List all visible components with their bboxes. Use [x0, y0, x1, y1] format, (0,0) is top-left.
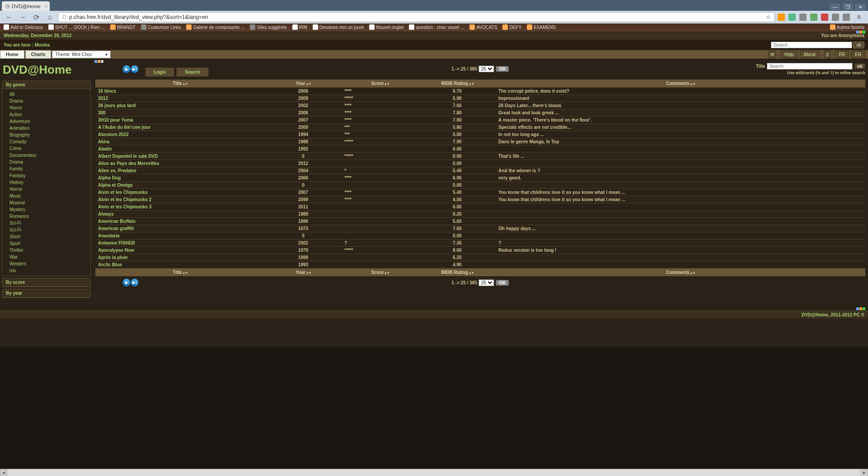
forward-button[interactable]: → [17, 12, 28, 23]
col-year[interactable]: Year▴▾ [265, 80, 342, 88]
sort-asc-icon[interactable]: ▴ [385, 271, 386, 275]
bookmark-item[interactable]: Galerie de composants ... [186, 24, 244, 30]
col-score[interactable]: Score▴▾ [342, 269, 418, 277]
sidebar-item-genre[interactable]: Biography [2, 132, 90, 138]
sort-desc-icon[interactable]: ▾ [693, 271, 695, 275]
movie-title-link[interactable]: Aladin [95, 146, 265, 153]
col-year[interactable]: Year▴▾ [265, 269, 342, 277]
menu-about[interactable]: About [800, 51, 820, 58]
browser-tab[interactable]: ◷ DVD@Home × [2, 1, 50, 11]
lang-en-button[interactable]: EN [851, 51, 865, 58]
sidebar-item-genre[interactable]: Drama [2, 98, 90, 104]
sort-asc-icon[interactable]: ▴ [469, 82, 471, 86]
next-page-icon[interactable]: ▶ [122, 278, 131, 287]
ext-icon-4[interactable] [810, 14, 817, 21]
movie-title-link[interactable]: Always [95, 211, 265, 218]
sort-desc-icon[interactable]: ▾ [309, 82, 311, 86]
bookmark-item[interactable]: Dessines moi un jouet [313, 24, 364, 30]
bookmark-star-icon[interactable]: ☆ [766, 14, 771, 20]
tiny-icon[interactable] [94, 60, 97, 63]
movie-title-link[interactable]: Alpha Dog [95, 174, 265, 182]
sidebar-item-genre[interactable]: Thriller [2, 247, 90, 254]
menu-help[interactable]: Help [780, 51, 798, 58]
sort-desc-icon[interactable]: ▾ [472, 82, 474, 86]
movie-title-link[interactable]: 28 jours plus tard [95, 102, 265, 109]
reload-button[interactable]: ⟳ [31, 12, 42, 23]
sidebar-item-genre[interactable]: Horror [2, 186, 90, 193]
last-page-icon[interactable]: ▶| [131, 65, 139, 73]
bookmark-item[interactable]: BRANDT [110, 24, 136, 30]
col-title[interactable]: Title▴▾ [95, 80, 265, 88]
movie-title-link[interactable]: American Buffalo [95, 218, 265, 225]
bookmark-item[interactable]: AVOCATS [469, 24, 497, 30]
ext-icon-3[interactable] [799, 14, 807, 21]
sidebar-item-genre[interactable]: n/a [2, 267, 90, 274]
movie-title-link[interactable]: Alice au Pays des Merveilles [95, 160, 265, 167]
per-page-select[interactable]: 25 [479, 66, 494, 72]
tiny-icon[interactable] [98, 60, 100, 63]
bookmark-item[interactable]: question : choc visuel ... [409, 24, 464, 30]
sort-asc-icon[interactable]: ▴ [306, 271, 308, 275]
sidebar-item-genre[interactable]: Sci-Fi [2, 220, 90, 226]
movie-title-link[interactable]: Antwone FISHER [95, 240, 265, 247]
sort-desc-icon[interactable]: ▾ [309, 271, 311, 275]
sort-asc-icon[interactable]: ▴ [385, 82, 386, 86]
tiny-icon[interactable] [856, 307, 859, 310]
movie-title-link[interactable]: Alpha et Oméga [95, 182, 265, 189]
global-search-ok-button[interactable]: ok [853, 42, 864, 48]
movie-title-link[interactable]: Alvin et les Chipmunks 3 [95, 203, 265, 211]
movie-title-link[interactable]: 16 blocs [95, 88, 265, 95]
col-comments[interactable]: Comments▴▾ [496, 269, 865, 277]
sort-asc-icon[interactable]: ▴ [469, 271, 471, 275]
col-title[interactable]: Title▴▾ [95, 269, 265, 277]
score-header[interactable]: By score [2, 278, 90, 287]
movie-title-link[interactable]: 3H10 pour Yuma [95, 117, 265, 124]
maximize-button[interactable]: ❐ [842, 3, 854, 11]
bookmark-item[interactable]: Nouvel onglet [369, 24, 404, 30]
lang-fr-button[interactable]: FR [835, 51, 849, 58]
sidebar-item-genre[interactable]: Action [2, 111, 90, 118]
year-header[interactable]: By year [2, 289, 90, 297]
movie-title-link[interactable]: 300 [95, 109, 265, 117]
sidebar-item-genre[interactable]: All [2, 91, 90, 98]
tiny-icon[interactable] [863, 31, 865, 33]
menu-home[interactable]: Home [0, 50, 24, 59]
close-window-button[interactable]: ✕ [854, 3, 866, 11]
movie-title-link[interactable]: American graffiti [95, 225, 265, 232]
pagination-ok-button[interactable]: OK [496, 280, 509, 286]
sort-asc-icon[interactable]: ▴ [690, 82, 692, 86]
back-button[interactable]: ← [4, 12, 14, 23]
col-comments[interactable]: Comments▴▾ [496, 80, 865, 88]
tiny-icon[interactable] [856, 31, 859, 33]
sidebar-item-genre[interactable]: Sci-Fi [2, 226, 90, 233]
sort-desc-icon[interactable]: ▾ [472, 271, 474, 275]
sidebar-item-genre[interactable]: Family [2, 165, 90, 172]
theme-select[interactable]: Theme: Mint Choc ▾ [52, 51, 111, 58]
sidebar-item-genre[interactable]: Adventure [2, 118, 90, 125]
movie-title-link[interactable]: Après la pluie [95, 254, 265, 261]
last-page-icon[interactable]: ▶| [131, 278, 139, 287]
menu-charts[interactable]: Charts [25, 50, 52, 59]
amazon-ext-icon[interactable] [778, 14, 785, 21]
movie-title-link[interactable]: Alien vs. Predator [95, 167, 265, 174]
sidebar-item-genre[interactable]: Fantasy [2, 172, 90, 179]
col-imdb[interactable]: IMDB Rating▴▾ [419, 80, 496, 88]
tiny-icon[interactable] [101, 60, 103, 63]
movie-title-link[interactable]: Alvin et les Chipmunks 2 [95, 196, 265, 203]
sort-asc-icon[interactable]: ▴ [183, 82, 185, 86]
sort-desc-icon[interactable]: ▾ [387, 82, 389, 86]
sort-desc-icon[interactable]: ▾ [387, 271, 389, 275]
sidebar-item-genre[interactable]: Sport [2, 240, 90, 247]
sidebar-item-genre[interactable]: Drama [2, 159, 90, 165]
tiny-icon[interactable] [863, 307, 865, 310]
print-icon[interactable]: ⎙ [824, 51, 831, 58]
title-search-ok-button[interactable]: ok [854, 63, 865, 69]
sidebar-item-genre[interactable]: Comedy [2, 138, 90, 145]
url-input[interactable]: 🗋 p.chas.free.fr/dvd_library/dvd_view.ph… [58, 12, 775, 22]
bookmark-item[interactable]: IRM [292, 24, 307, 30]
sort-desc-icon[interactable]: ▾ [186, 271, 188, 275]
bookmark-item[interactable]: Add to Delicious [4, 24, 43, 30]
sidebar-item-genre[interactable]: Mystery [2, 206, 90, 213]
sort-asc-icon[interactable]: ▴ [690, 271, 692, 275]
menu-icon[interactable]: ≡ [854, 12, 864, 23]
